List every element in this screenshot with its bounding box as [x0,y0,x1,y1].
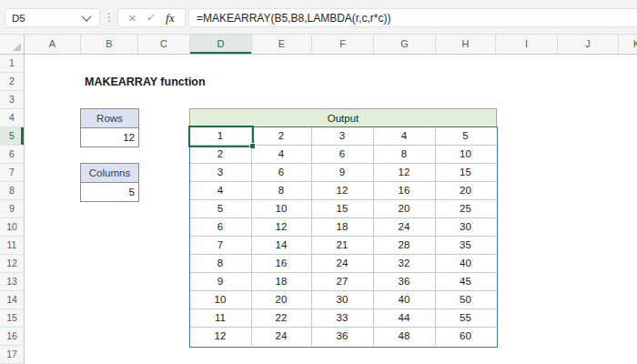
output-cell[interactable]: 14 [252,237,312,255]
output-cell[interactable]: 40 [374,291,436,309]
column-header-F[interactable]: F [312,35,374,54]
output-cell[interactable]: 15 [312,200,374,218]
row-header-16[interactable]: 16 [0,328,24,346]
output-cell[interactable]: 40 [436,255,496,273]
row-header-6[interactable]: 6 [0,146,24,164]
output-cell[interactable]: 18 [252,273,312,291]
sheet-area[interactable]: MAKEARRAY function Rows 12 Columns 5 Out… [25,55,637,364]
output-cell[interactable]: 33 [312,309,374,328]
output-cell[interactable]: 2 [252,127,312,146]
column-header-G[interactable]: G [374,35,436,54]
output-cell[interactable]: 32 [374,255,436,273]
columns-value-cell[interactable]: 5 [81,183,138,201]
column-header-I[interactable]: I [496,35,558,54]
column-header-B[interactable]: B [81,35,138,54]
column-header-D[interactable]: D [190,35,252,54]
row-header-14[interactable]: 14 [0,291,24,309]
output-cell[interactable]: 6 [190,218,252,237]
cancel-icon[interactable]: × [128,9,136,26]
active-cell[interactable] [188,126,254,147]
output-cell[interactable]: 3 [190,164,252,182]
output-cell[interactable]: 11 [190,309,252,328]
chevron-down-icon[interactable] [81,11,91,21]
output-cell[interactable]: 50 [436,291,496,309]
output-cell[interactable]: 15 [436,164,496,182]
rows-label-cell[interactable]: Rows [81,109,138,128]
output-cell[interactable]: 16 [252,255,312,273]
output-cell[interactable]: 2 [190,146,252,164]
output-cell[interactable]: 4 [252,146,312,164]
row-header-17[interactable]: 17 [0,346,24,364]
output-cell[interactable]: 10 [436,146,496,164]
output-cell[interactable]: 12 [374,164,436,182]
output-cell[interactable]: 48 [374,328,436,346]
output-cell[interactable]: 45 [436,273,496,291]
row-header-13[interactable]: 13 [0,273,24,291]
output-cell[interactable]: 20 [436,182,496,200]
output-cell[interactable]: 5 [436,127,496,146]
output-cell[interactable]: 8 [374,146,436,164]
output-cell[interactable]: 8 [252,182,312,200]
output-header-cell[interactable]: Output [189,108,497,127]
output-cell[interactable]: 12 [252,218,312,237]
row-header-8[interactable]: 8 [0,182,24,200]
row-header-3[interactable]: 3 [0,91,24,109]
output-cell[interactable]: 28 [374,237,436,255]
output-cell[interactable]: 24 [252,328,312,346]
insert-function-icon[interactable]: fx [166,9,175,26]
fill-handle[interactable] [249,143,256,149]
output-cell[interactable]: 60 [436,328,496,346]
column-header-K[interactable]: K [619,35,637,54]
row-header-12[interactable]: 12 [0,255,24,273]
row-header-10[interactable]: 10 [0,218,24,237]
output-cell[interactable]: 5 [190,200,252,218]
column-header-E[interactable]: E [252,35,312,54]
output-cell[interactable]: 55 [436,309,496,328]
output-cell[interactable]: 36 [312,328,374,346]
row-header-11[interactable]: 11 [0,237,24,255]
output-cell[interactable]: 3 [312,127,374,146]
output-cell[interactable]: 20 [252,291,312,309]
output-cell[interactable]: 8 [190,255,252,273]
column-header-A[interactable]: A [25,35,81,54]
output-cell[interactable]: 9 [312,164,374,182]
select-all-corner[interactable] [0,35,25,55]
row-header-15[interactable]: 15 [0,309,24,328]
output-cell[interactable]: 25 [436,200,496,218]
row-header-7[interactable]: 7 [0,164,24,182]
output-cell[interactable]: 10 [190,291,252,309]
output-cell[interactable]: 6 [252,164,312,182]
column-header-C[interactable]: C [138,35,190,54]
output-cell[interactable]: 18 [312,218,374,237]
output-cell[interactable]: 6 [312,146,374,164]
formula-input[interactable]: =MAKEARRAY(B5,B8,LAMBDA(r,c,r*c)) [188,8,637,27]
row-header-5[interactable]: 5 [0,127,24,146]
output-cell[interactable]: 21 [312,237,374,255]
output-cell[interactable]: 27 [312,273,374,291]
column-header-H[interactable]: H [436,35,496,54]
output-cell[interactable]: 4 [190,182,252,200]
column-header-J[interactable]: J [558,35,619,54]
row-header-4[interactable]: 4 [0,109,24,127]
output-cell[interactable]: 36 [374,273,436,291]
output-cell[interactable]: 16 [374,182,436,200]
output-cell[interactable]: 22 [252,309,312,328]
output-cell[interactable]: 44 [374,309,436,328]
output-cell[interactable]: 4 [374,127,436,146]
row-header-9[interactable]: 9 [0,200,24,218]
output-cell[interactable]: 24 [374,218,436,237]
output-cell[interactable]: 30 [436,218,496,237]
row-header-1[interactable]: 1 [0,55,24,73]
output-cell[interactable]: 12 [312,182,374,200]
output-cell[interactable]: 10 [252,200,312,218]
enter-icon[interactable]: ✓ [147,9,156,26]
output-cell[interactable]: 7 [190,237,252,255]
output-cell[interactable]: 12 [190,328,252,346]
output-cell[interactable]: 35 [436,237,496,255]
row-header-2[interactable]: 2 [0,73,24,91]
output-cell[interactable]: 30 [312,291,374,309]
output-cell[interactable]: 24 [312,255,374,273]
output-cell[interactable]: 20 [374,200,436,218]
name-box[interactable]: D5 [5,8,100,27]
columns-label-cell[interactable]: Columns [81,164,138,183]
